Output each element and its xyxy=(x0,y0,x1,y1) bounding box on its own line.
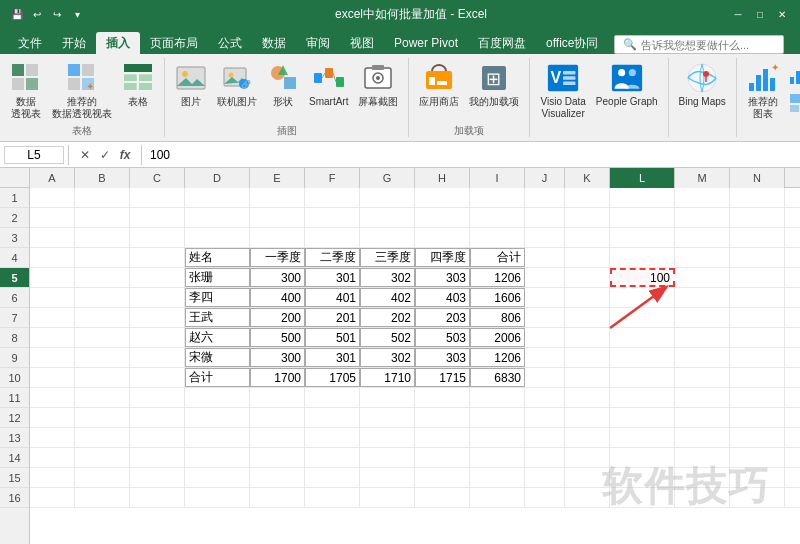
cell-f7[interactable]: 201 xyxy=(305,308,360,327)
tab-review[interactable]: 审阅 xyxy=(296,32,340,54)
cell-g11[interactable] xyxy=(360,388,415,407)
recommended-charts-btn[interactable]: ✦ 推荐的图表 xyxy=(743,60,783,122)
cell-c6[interactable] xyxy=(130,288,185,307)
cell-n11[interactable] xyxy=(730,388,785,407)
cell-j11[interactable] xyxy=(525,388,565,407)
cell-j6[interactable] xyxy=(525,288,565,307)
cell-a11[interactable] xyxy=(30,388,75,407)
cell-f1[interactable] xyxy=(305,188,360,207)
cell-d5[interactable]: 张珊 xyxy=(185,268,250,287)
row-num-4[interactable]: 4 xyxy=(0,248,29,268)
cell-h10[interactable]: 1715 xyxy=(415,368,470,387)
cell-i10[interactable]: 6830 xyxy=(470,368,525,387)
cell-b1[interactable] xyxy=(75,188,130,207)
cell-i5[interactable]: 1206 xyxy=(470,268,525,287)
cell-l7[interactable] xyxy=(610,308,675,327)
cell-f8[interactable]: 501 xyxy=(305,328,360,347)
cell-e9[interactable]: 300 xyxy=(250,348,305,367)
cell-j5[interactable] xyxy=(525,268,565,287)
cell-m3[interactable] xyxy=(675,228,730,247)
cell-g3[interactable] xyxy=(360,228,415,247)
cell-e3[interactable] xyxy=(250,228,305,247)
row-num-15[interactable]: 15 xyxy=(0,468,29,488)
recommended-pivot-btn[interactable]: ✦ 推荐的数据透视视表 xyxy=(48,60,116,122)
col-header-g[interactable]: G xyxy=(360,168,415,188)
search-input[interactable] xyxy=(641,39,779,51)
cell-c9[interactable] xyxy=(130,348,185,367)
insert-function-icon[interactable]: fx xyxy=(117,148,133,162)
cell-c11[interactable] xyxy=(130,388,185,407)
cell-n1[interactable] xyxy=(730,188,785,207)
cell-b11[interactable] xyxy=(75,388,130,407)
row-num-16[interactable]: 16 xyxy=(0,488,29,508)
cell-j7[interactable] xyxy=(525,308,565,327)
cell-n3[interactable] xyxy=(730,228,785,247)
cell-h5[interactable]: 303 xyxy=(415,268,470,287)
col-header-a[interactable]: A xyxy=(30,168,75,188)
cell-e6[interactable]: 400 xyxy=(250,288,305,307)
cell-e7[interactable]: 200 xyxy=(250,308,305,327)
cell-a2[interactable] xyxy=(30,208,75,227)
col-header-n[interactable]: N xyxy=(730,168,785,188)
cell-a1[interactable] xyxy=(30,188,75,207)
cell-d3[interactable] xyxy=(185,228,250,247)
cell-g1[interactable] xyxy=(360,188,415,207)
cell-i9[interactable]: 1206 xyxy=(470,348,525,367)
cell-g6[interactable]: 402 xyxy=(360,288,415,307)
cell-h4[interactable]: 四季度 xyxy=(415,248,470,267)
undo-btn[interactable]: ↩ xyxy=(28,5,46,23)
cell-f3[interactable] xyxy=(305,228,360,247)
cell-m7[interactable] xyxy=(675,308,730,327)
cell-j9[interactable] xyxy=(525,348,565,367)
cell-l4[interactable] xyxy=(610,248,675,267)
cell-n5[interactable] xyxy=(730,268,785,287)
cell-c10[interactable] xyxy=(130,368,185,387)
cell-j1[interactable] xyxy=(525,188,565,207)
screenshot-btn[interactable]: 屏幕截图 xyxy=(354,60,402,122)
cell-h8[interactable]: 503 xyxy=(415,328,470,347)
cell-i2[interactable] xyxy=(470,208,525,227)
cell-g9[interactable]: 302 xyxy=(360,348,415,367)
cell-d2[interactable] xyxy=(185,208,250,227)
cell-l5[interactable]: 100 xyxy=(610,268,675,287)
cell-k1[interactable] xyxy=(565,188,610,207)
save-quick-btn[interactable]: 💾 xyxy=(8,5,26,23)
cell-c5[interactable] xyxy=(130,268,185,287)
cell-e2[interactable] xyxy=(250,208,305,227)
cell-a7[interactable] xyxy=(30,308,75,327)
cell-n7[interactable] xyxy=(730,308,785,327)
row-num-7[interactable]: 7 xyxy=(0,308,29,328)
cell-e10[interactable]: 1700 xyxy=(250,368,305,387)
cell-f10[interactable]: 1705 xyxy=(305,368,360,387)
col-header-m[interactable]: M xyxy=(675,168,730,188)
cell-c4[interactable] xyxy=(130,248,185,267)
col-header-j[interactable]: J xyxy=(525,168,565,188)
cell-c8[interactable] xyxy=(130,328,185,347)
cell-k9[interactable] xyxy=(565,348,610,367)
cell-i3[interactable] xyxy=(470,228,525,247)
shapes-btn[interactable]: 形状 xyxy=(263,60,303,122)
cell-d7[interactable]: 王武 xyxy=(185,308,250,327)
cell-k7[interactable] xyxy=(565,308,610,327)
cell-b9[interactable] xyxy=(75,348,130,367)
col-header-c[interactable]: C xyxy=(130,168,185,188)
cell-k8[interactable] xyxy=(565,328,610,347)
cell-d1[interactable] xyxy=(185,188,250,207)
cell-h6[interactable]: 403 xyxy=(415,288,470,307)
cell-k6[interactable] xyxy=(565,288,610,307)
tab-data[interactable]: 数据 xyxy=(252,32,296,54)
cell-g10[interactable]: 1710 xyxy=(360,368,415,387)
cell-e4[interactable]: 一季度 xyxy=(250,248,305,267)
cell-h1[interactable] xyxy=(415,188,470,207)
cell-e11[interactable] xyxy=(250,388,305,407)
cell-i4[interactable]: 合计 xyxy=(470,248,525,267)
cell-a4[interactable] xyxy=(30,248,75,267)
cell-b7[interactable] xyxy=(75,308,130,327)
cell-m10[interactable] xyxy=(675,368,730,387)
cell-h2[interactable] xyxy=(415,208,470,227)
cell-g4[interactable]: 三季度 xyxy=(360,248,415,267)
cell-h3[interactable] xyxy=(415,228,470,247)
col-header-b[interactable]: B xyxy=(75,168,130,188)
row-num-8[interactable]: 8 xyxy=(0,328,29,348)
cell-i6[interactable]: 1606 xyxy=(470,288,525,307)
